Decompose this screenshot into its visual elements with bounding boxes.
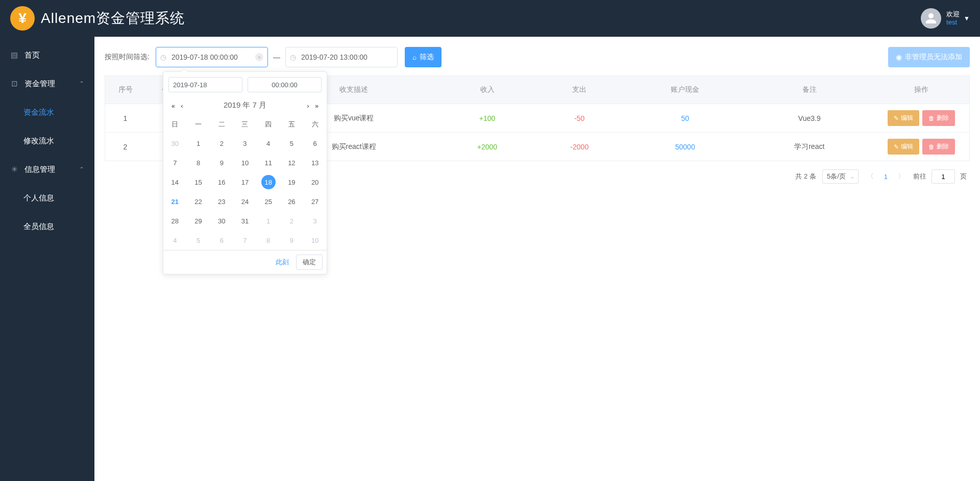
home-icon: ▤ [10,50,18,60]
datepicker-now-button[interactable]: 此刻 [276,258,289,266]
prev-month-button[interactable]: ‹ [179,103,185,110]
calendar-day[interactable]: 8 [257,231,280,250]
calendar-day[interactable]: 26 [280,192,304,211]
datepicker-time-input[interactable] [248,77,322,92]
datepicker-confirm-button[interactable]: 确定 [296,255,323,270]
calendar-day[interactable]: 3 [233,134,257,153]
edit-button[interactable]: ✎编辑 [888,139,919,155]
cell-index: 2 [105,133,145,161]
sidebar-item-fund-flow[interactable]: 资金流水 [0,98,94,126]
calendar-day[interactable]: 15 [187,172,210,192]
calendar-day[interactable]: 19 [280,172,304,192]
next-month-button[interactable]: › [305,103,311,110]
calendar-day[interactable]: 17 [233,172,257,192]
user-dropdown[interactable]: 欢迎 test ▼ [921,8,970,29]
next-page-button[interactable]: 〉 [896,172,907,181]
calendar-day[interactable]: 10 [303,231,327,250]
weekday-label: 五 [280,115,304,134]
sidebar-item-all-info[interactable]: 全员信息 [0,212,94,241]
edit-button[interactable]: ✎编辑 [888,110,919,126]
sidebar-item-info[interactable]: ✳ 信息管理 ⌃ [0,155,94,184]
current-page[interactable]: 1 [882,173,890,181]
prev-year-button[interactable]: « [169,103,177,110]
calendar-day[interactable]: 3 [303,211,327,231]
calendar-day[interactable]: 25 [257,192,280,211]
calendar-day[interactable]: 20 [303,172,327,192]
calendar-day[interactable]: 31 [233,211,257,231]
search-button[interactable]: ⌕ 筛选 [405,47,442,67]
calendar-day[interactable]: 5 [187,231,210,250]
date-separator: — [273,53,280,61]
calendar-day[interactable]: 24 [233,192,257,211]
calendar-day[interactable]: 14 [163,172,187,192]
datepicker-title: 2019 年 7 月 [224,100,266,110]
delete-icon: 🗑 [928,115,935,122]
app-title: Allenem资金管理系统 [41,9,185,28]
calendar-day[interactable]: 18 [257,172,280,192]
cell-income: +2000 [439,133,534,161]
page-size-select[interactable]: 5条/页 ⌄ [822,169,859,184]
filter-label: 按照时间筛选: [105,53,150,62]
filter-row: 按照时间筛选: ◷ 2019-07-18 00:00:00 ✕ — ◷ 2019… [105,47,970,67]
calendar-day[interactable]: 1 [187,134,210,153]
calendar-day[interactable]: 6 [303,134,327,153]
calendar-day[interactable]: 27 [303,192,327,211]
delete-button[interactable]: 🗑删除 [922,110,955,126]
calendar-day[interactable]: 1 [257,211,280,231]
sidebar-item-label: 全员信息 [23,222,54,232]
sidebar-item-fund-modify[interactable]: 修改流水 [0,126,94,155]
calendar-day[interactable]: 21 [163,192,187,211]
next-year-button[interactable]: » [313,103,321,110]
chevron-down-icon: ⌄ [850,173,855,180]
calendar-day[interactable]: 16 [210,172,233,192]
calendar-day[interactable]: 23 [210,192,233,211]
add-label: 非管理员无法添加 [905,53,962,62]
th-ops: 操作 [873,75,970,104]
sidebar-item-label: 修改流水 [23,136,54,146]
calendar-day[interactable]: 28 [163,211,187,231]
calendar-day[interactable]: 8 [187,153,210,172]
clear-icon[interactable]: ✕ [255,53,263,61]
prev-page-button[interactable]: 〈 [865,172,876,181]
cell-index: 1 [105,104,145,133]
goto-page-input[interactable] [932,169,955,184]
calendar-day[interactable]: 22 [187,192,210,211]
calendar-day[interactable]: 7 [163,153,187,172]
start-date-input[interactable]: ◷ 2019-07-18 00:00:00 ✕ [156,47,268,67]
calendar-day[interactable]: 9 [210,153,233,172]
sidebar-item-funds[interactable]: ⊡ 资金管理 ⌃ [0,69,94,98]
goto-suffix: 页 [960,172,967,181]
caret-down-icon: ▼ [964,15,970,22]
money-icon: ⊡ [10,79,18,88]
calendar-day[interactable]: 4 [257,134,280,153]
calendar-day[interactable]: 11 [257,153,280,172]
sidebar-item-label: 资金管理 [24,79,55,89]
sidebar-item-label: 信息管理 [24,165,55,174]
avatar-icon [921,8,941,29]
calendar-day[interactable]: 12 [280,153,304,172]
cell-remark: Vue3.9 [746,104,873,133]
calendar-day[interactable]: 13 [303,153,327,172]
sidebar-item-home[interactable]: ▤ 首页 [0,41,94,69]
cell-cash: 50 [624,104,746,133]
th-remark: 备注 [746,75,873,104]
calendar-day[interactable]: 10 [233,153,257,172]
clock-icon: ◷ [160,53,166,61]
delete-button[interactable]: 🗑删除 [922,139,955,155]
calendar-day[interactable]: 7 [233,231,257,250]
sidebar-item-personal-info[interactable]: 个人信息 [0,184,94,212]
delete-icon: 🗑 [928,143,935,150]
calendar-day[interactable]: 5 [280,134,304,153]
calendar-day[interactable]: 9 [280,231,304,250]
page-size-value: 5条/页 [827,172,846,181]
calendar-day[interactable]: 30 [210,211,233,231]
end-date-input[interactable]: ◷ 2019-07-20 13:00:00 [285,47,398,67]
calendar-day[interactable]: 4 [163,231,187,250]
calendar-day[interactable]: 30 [163,134,187,153]
calendar-day[interactable]: 2 [280,211,304,231]
datepicker-date-input[interactable] [168,77,242,92]
calendar-day[interactable]: 29 [187,211,210,231]
calendar-day[interactable]: 6 [210,231,233,250]
calendar-day[interactable]: 2 [210,134,233,153]
sidebar-item-label: 首页 [24,50,40,60]
